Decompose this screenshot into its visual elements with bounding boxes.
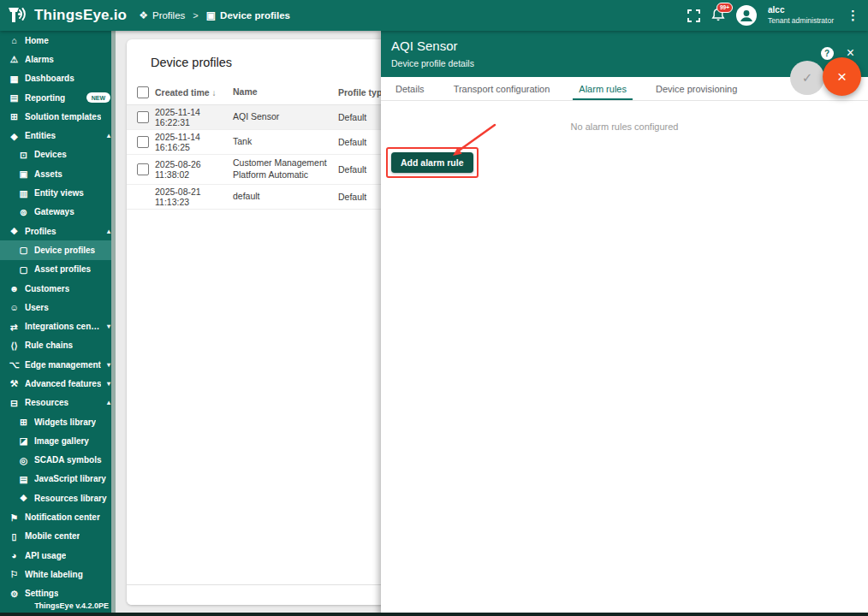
tab-details[interactable]: Details (381, 77, 439, 100)
profiles-icon: ❖ (9, 226, 20, 236)
sidebar-item-users[interactable]: ☺ Users (0, 298, 116, 317)
tab-device-provisioning[interactable]: Device provisioning (641, 77, 752, 100)
sidebar-item-label: Devices (34, 150, 67, 159)
sidebar-item-integrations-center[interactable]: ⇄ Integrations center ▾ (0, 317, 116, 335)
sidebar-scrollbar[interactable] (111, 31, 116, 613)
sidebar-item-rule-chains[interactable]: ⟨⟩ Rule chains (0, 336, 116, 355)
avatar[interactable] (736, 5, 757, 26)
select-all-checkbox[interactable] (137, 86, 149, 98)
resources-library-icon: ❖ (18, 493, 29, 503)
column-header-name[interactable]: Name (233, 86, 338, 98)
devices-icon: ⊡ (18, 150, 29, 160)
solution-templates-icon: ⊞ (9, 111, 20, 121)
sidebar: ⌂ Home ⚠ Alarms ▦ Dashboards ▤ Reporting… (0, 31, 116, 613)
sidebar-item-label: White labeling (25, 570, 83, 579)
cell-created-time: 2025-11-14 16:22:31 (155, 107, 233, 127)
dashboards-icon: ▦ (9, 74, 20, 84)
sidebar-item-label: API usage (25, 551, 66, 560)
user-info[interactable]: alcc Tenant administrator (768, 5, 834, 25)
sidebar-item-assets[interactable]: ▣ Assets (0, 164, 116, 183)
image-gallery-icon: ◪ (18, 435, 29, 446)
sidebar-item-edge-management[interactable]: ⌥ Edge management ▾ (0, 355, 116, 374)
discard-changes-button[interactable]: × (823, 57, 861, 96)
column-header-created-time[interactable]: Created time↓ (155, 87, 233, 98)
new-badge: NEW (86, 92, 110, 103)
cell-name: AQI Sensor (233, 111, 338, 123)
cell-name: default (233, 191, 338, 203)
sidebar-item-api-usage[interactable]: ◕ API usage (0, 546, 116, 565)
cell-name: Customer Management Platform Automatic (233, 157, 338, 181)
users-icon: ☺ (9, 302, 20, 312)
sidebar-item-label: Alarms (25, 55, 54, 64)
sidebar-item-label: Entities (25, 131, 56, 140)
thingseye-logo-icon (7, 6, 29, 25)
help-icon[interactable]: ? (821, 47, 834, 60)
empty-state-text: No alarm rules configured (381, 101, 868, 132)
sidebar-item-resources[interactable]: ⊟ Resources ▴ (0, 394, 116, 412)
sidebar-item-label: Asset profiles (34, 264, 91, 274)
sidebar-item-devices[interactable]: ⊡ Devices (0, 145, 116, 164)
cell-name: Tank (233, 136, 338, 148)
sidebar-item-settings[interactable]: ⚙ Settings (0, 584, 116, 603)
sidebar-item-image-gallery[interactable]: ◪ Image gallery (0, 431, 116, 450)
notification-center-icon: ⚑ (9, 512, 20, 523)
kebab-menu-icon[interactable]: ⋮ (845, 8, 861, 23)
sidebar-item-label: Customers (25, 284, 69, 293)
sidebar-item-label: Home (25, 36, 49, 45)
sidebar-item-home[interactable]: ⌂ Home (0, 31, 116, 50)
sidebar-item-label: Resources library (34, 494, 107, 503)
app-title: ThingsEye.io (34, 7, 127, 24)
bottom-edge-strip (0, 613, 868, 616)
tab-alarm-rules[interactable]: Alarm rules (564, 77, 641, 100)
settings-icon: ⚙ (9, 589, 20, 599)
sidebar-item-label: Settings (25, 589, 58, 598)
sidebar-item-label: Assets (34, 169, 62, 179)
alarm-rules-content: No alarm rules configured Add alarm rule (381, 101, 868, 616)
row-checkbox[interactable] (137, 136, 149, 148)
sidebar-item-label: Edge management (25, 360, 101, 370)
sidebar-item-scada-symbols[interactable]: ◎ SCADA symbols (0, 451, 116, 470)
row-checkbox[interactable] (137, 111, 149, 123)
fullscreen-icon[interactable] (687, 9, 700, 22)
breadcrumb-device-profiles[interactable]: ▣ Device profiles (206, 9, 290, 21)
app-header: ThingsEye.io ❖ Profiles > ▣ Device profi… (0, 0, 868, 31)
sidebar-item-customers[interactable]: ☻ Customers (0, 279, 116, 298)
sidebar-item-widgets-library[interactable]: ⊞ Widgets library (0, 412, 116, 431)
sidebar-item-advanced-features[interactable]: ⚒ Advanced features ▾ (0, 374, 116, 393)
sidebar-item-entity-views[interactable]: ▥ Entity views (0, 183, 116, 202)
breadcrumb-label: Profiles (152, 10, 185, 21)
sidebar-item-label: Widgets library (34, 418, 96, 427)
sidebar-item-asset-profiles[interactable]: ▢ Asset profiles (0, 260, 116, 279)
add-alarm-rule-button[interactable]: Add alarm rule (391, 152, 473, 173)
sidebar-item-notification-center[interactable]: ⚑ Notification center (0, 507, 116, 526)
sidebar-item-label: SCADA symbols (34, 455, 102, 465)
sidebar-item-resources-library[interactable]: ❖ Resources library (0, 489, 116, 507)
gateways-icon: ⊚ (18, 207, 29, 217)
tab-transport-configuration[interactable]: Transport configuration (439, 77, 565, 100)
sidebar-item-profiles[interactable]: ❖ Profiles ▴ (0, 222, 116, 240)
sidebar-item-alarms[interactable]: ⚠ Alarms (0, 50, 116, 68)
breadcrumb: ❖ Profiles > ▣ Device profiles (139, 9, 290, 21)
sidebar-item-mobile-center[interactable]: ▯ Mobile center (0, 527, 116, 546)
sidebar-item-reporting[interactable]: ▤ Reporting NEW (0, 88, 116, 107)
device-profiles-icon: ▢ (18, 245, 29, 255)
device-profile-details-panel: AQI Sensor Device profile details ? × De… (381, 31, 868, 616)
sidebar-item-device-profiles[interactable]: ▢ Device profiles (0, 240, 116, 259)
row-checkbox[interactable] (137, 163, 149, 175)
entities-icon: ◈ (9, 131, 20, 141)
sidebar-item-label: Rule chains (25, 341, 73, 350)
apply-changes-button[interactable]: ✓ (790, 61, 824, 95)
sidebar-item-gateways[interactable]: ⊚ Gateways (0, 203, 116, 222)
sidebar-item-label: Profiles (25, 227, 56, 236)
notifications-button[interactable]: 99+ (711, 7, 725, 25)
sidebar-item-javascript-library[interactable]: ▤ JavaScript library (0, 470, 116, 489)
sidebar-item-entities[interactable]: ◈ Entities ▴ (0, 126, 116, 145)
sidebar-item-solution-templates[interactable]: ⊞ Solution templates (0, 107, 116, 126)
reporting-icon: ▤ (9, 92, 20, 103)
annotation-highlight-box: Add alarm rule (386, 147, 479, 178)
breadcrumb-profiles[interactable]: ❖ Profiles (139, 9, 185, 21)
sidebar-item-dashboards[interactable]: ▦ Dashboards (0, 69, 116, 88)
app-logo[interactable]: ThingsEye.io (0, 6, 127, 25)
sidebar-item-white-labeling[interactable]: ⚐ White labeling (0, 565, 116, 583)
device-profile-icon: ▣ (206, 9, 216, 21)
